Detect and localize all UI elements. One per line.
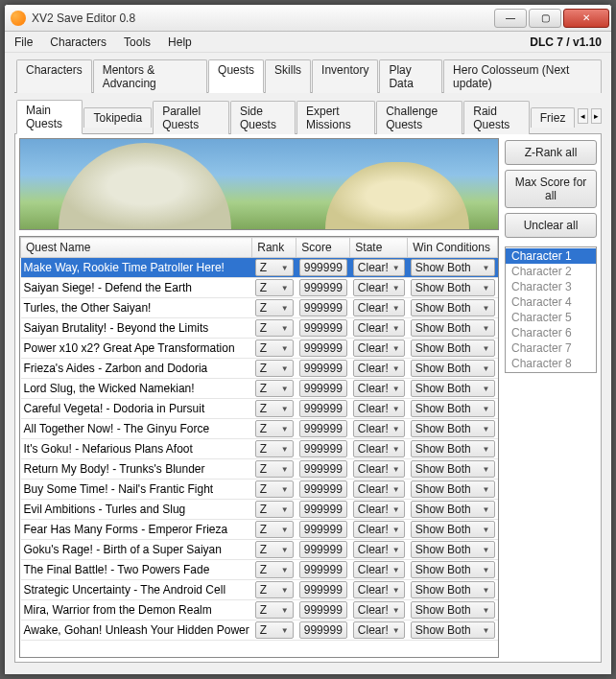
subtab-main-quests[interactable]: Main Quests	[16, 100, 83, 134]
subtab-expert-missions[interactable]: Expert Missions	[296, 101, 375, 134]
winconditions-dropdown[interactable]: Show Both▼	[411, 581, 495, 598]
table-row[interactable]: Lord Slug, the Wicked Namekian!Z▼999999C…	[21, 379, 498, 399]
score-cell[interactable]: 999999	[299, 360, 347, 377]
quest-name-cell[interactable]: Power x10 x2? Great Ape Transformation	[21, 339, 252, 359]
character-slot[interactable]: Character 3	[506, 279, 596, 294]
tab-hero-colosseum-next-update-[interactable]: Hero Colosseum (Next update)	[443, 59, 602, 93]
table-row[interactable]: Frieza's Aides - Zarbon and DodoriaZ▼999…	[21, 359, 498, 379]
table-row[interactable]: Turles, the Other Saiyan!Z▼999999Clear!▼…	[21, 298, 498, 318]
state-dropdown[interactable]: Clear!▼	[353, 360, 405, 377]
subtab-scroll-right[interactable]: ▸	[591, 108, 602, 124]
state-dropdown[interactable]: Clear!▼	[353, 400, 405, 417]
rank-dropdown[interactable]: Z▼	[255, 501, 294, 518]
col-score[interactable]: Score	[296, 238, 350, 258]
quest-name-cell[interactable]: Strategic Uncertainty - The Android Cell	[21, 580, 252, 600]
menu-characters[interactable]: Characters	[50, 35, 107, 49]
winconditions-dropdown[interactable]: Show Both▼	[411, 480, 495, 498]
state-dropdown[interactable]: Clear!▼	[353, 460, 405, 478]
subtab-friez[interactable]: Friez	[531, 107, 576, 128]
rank-dropdown[interactable]: Z▼	[255, 319, 294, 337]
subtab-challenge-quests[interactable]: Challenge Quests	[376, 101, 462, 134]
score-cell[interactable]: 999999	[299, 440, 347, 457]
score-cell[interactable]: 999999	[299, 400, 347, 417]
state-dropdown[interactable]: Clear!▼	[353, 581, 405, 598]
character-slot[interactable]: Character 4	[506, 294, 596, 310]
table-row[interactable]: Careful Vegeta! - Dodoria in PursuitZ▼99…	[21, 399, 498, 419]
col-rank[interactable]: Rank	[252, 238, 296, 258]
rank-dropdown[interactable]: Z▼	[255, 299, 294, 316]
score-cell[interactable]: 999999	[299, 501, 347, 518]
state-dropdown[interactable]: Clear!▼	[353, 299, 405, 316]
rank-dropdown[interactable]: Z▼	[255, 480, 294, 498]
quest-name-cell[interactable]: Make Way, Rookie Time Patroller Here!	[21, 258, 252, 278]
quest-table-wrap[interactable]: Quest Name Rank Score State Win Conditio…	[19, 236, 499, 658]
subtab-parallel-quests[interactable]: Parallel Quests	[153, 101, 229, 134]
quest-name-cell[interactable]: Turles, the Other Saiyan!	[21, 298, 252, 318]
score-cell[interactable]: 999999	[299, 521, 347, 538]
max-score-all-button[interactable]: Max Score for all	[505, 170, 597, 208]
winconditions-dropdown[interactable]: Show Both▼	[411, 601, 495, 619]
state-dropdown[interactable]: Clear!▼	[353, 480, 405, 498]
winconditions-dropdown[interactable]: Show Both▼	[411, 501, 495, 518]
winconditions-dropdown[interactable]: Show Both▼	[411, 279, 495, 296]
character-slot[interactable]: Character 2	[506, 264, 596, 279]
score-cell[interactable]: 999999	[299, 279, 347, 296]
subtab-scroll-left[interactable]: ◂	[578, 108, 588, 124]
state-dropdown[interactable]: Clear!▼	[353, 319, 405, 337]
state-dropdown[interactable]: Clear!▼	[353, 380, 405, 397]
quest-name-cell[interactable]: All Together Now! - The Ginyu Force	[21, 419, 252, 439]
zrank-all-button[interactable]: Z-Rank all	[505, 140, 597, 165]
state-dropdown[interactable]: Clear!▼	[353, 440, 405, 457]
winconditions-dropdown[interactable]: Show Both▼	[411, 340, 495, 357]
subtab-raid-quests[interactable]: Raid Quests	[463, 101, 530, 134]
tab-quests[interactable]: Quests	[208, 59, 264, 93]
score-cell[interactable]: 999999	[299, 420, 347, 437]
table-row[interactable]: Fear Has Many Forms - Emperor FriezaZ▼99…	[21, 520, 498, 540]
rank-dropdown[interactable]: Z▼	[255, 440, 294, 457]
rank-dropdown[interactable]: Z▼	[255, 400, 294, 417]
col-winconditions[interactable]: Win Conditions	[408, 238, 498, 258]
table-row[interactable]: Power x10 x2? Great Ape TransformationZ▼…	[21, 339, 498, 359]
table-row[interactable]: Mira, Warrior from the Demon RealmZ▼9999…	[21, 600, 498, 620]
state-dropdown[interactable]: Clear!▼	[353, 541, 405, 558]
table-row[interactable]: Buy Some Time! - Nail's Frantic FightZ▼9…	[21, 480, 498, 500]
state-dropdown[interactable]: Clear!▼	[353, 621, 405, 639]
score-cell[interactable]: 999999	[299, 480, 347, 498]
menu-help[interactable]: Help	[168, 35, 192, 49]
table-row[interactable]: Make Way, Rookie Time Patroller Here!Z▼9…	[21, 258, 498, 278]
table-row[interactable]: Awake, Gohan! Unleash Your Hidden PowerZ…	[21, 620, 498, 641]
character-slot[interactable]: Character 1	[506, 248, 596, 264]
quest-name-cell[interactable]: Buy Some Time! - Nail's Frantic Fight	[21, 480, 252, 500]
winconditions-dropdown[interactable]: Show Both▼	[411, 360, 495, 377]
quest-name-cell[interactable]: Saiyan Siege! - Defend the Earth	[21, 278, 252, 298]
rank-dropdown[interactable]: Z▼	[255, 561, 294, 578]
winconditions-dropdown[interactable]: Show Both▼	[411, 420, 495, 437]
score-cell[interactable]: 999999	[299, 380, 347, 397]
rank-dropdown[interactable]: Z▼	[255, 541, 294, 558]
winconditions-dropdown[interactable]: Show Both▼	[411, 541, 495, 558]
character-list[interactable]: Character 1Character 2Character 3Charact…	[505, 246, 597, 373]
maximize-button[interactable]: ▢	[529, 9, 561, 28]
menu-tools[interactable]: Tools	[124, 35, 151, 49]
quest-name-cell[interactable]: Mira, Warrior from the Demon Realm	[21, 600, 252, 620]
character-slot[interactable]: Character 6	[506, 325, 596, 340]
quest-name-cell[interactable]: Awake, Gohan! Unleash Your Hidden Power	[21, 620, 252, 641]
table-row[interactable]: Return My Body! - Trunks's BlunderZ▼9999…	[21, 459, 498, 480]
table-row[interactable]: Goku's Rage! - Birth of a Super SaiyanZ▼…	[21, 540, 498, 560]
state-dropdown[interactable]: Clear!▼	[353, 561, 405, 578]
score-cell[interactable]: 999999	[299, 541, 347, 558]
rank-dropdown[interactable]: Z▼	[255, 380, 294, 397]
score-cell[interactable]: 999999	[299, 340, 347, 357]
rank-dropdown[interactable]: Z▼	[255, 601, 294, 619]
score-cell[interactable]: 999999	[299, 601, 347, 619]
winconditions-dropdown[interactable]: Show Both▼	[411, 440, 495, 457]
minimize-button[interactable]: ―	[494, 9, 527, 28]
tab-mentors-advancing[interactable]: Mentors & Advancing	[93, 59, 207, 93]
close-button[interactable]: ✕	[563, 9, 609, 28]
table-row[interactable]: Strategic Uncertainty - The Android Cell…	[21, 580, 498, 600]
winconditions-dropdown[interactable]: Show Both▼	[411, 521, 495, 538]
quest-name-cell[interactable]: The Final Battle! - Two Powers Fade	[21, 560, 252, 580]
character-slot[interactable]: Character 5	[506, 310, 596, 325]
tab-inventory[interactable]: Inventory	[312, 59, 378, 93]
subtab-side-quests[interactable]: Side Quests	[230, 101, 296, 134]
